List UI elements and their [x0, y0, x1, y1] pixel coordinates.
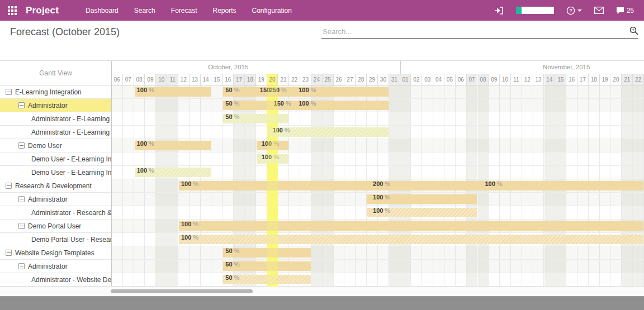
collapse-minus-icon[interactable]: [18, 102, 25, 108]
bar-allocation-label: 100 %: [373, 194, 390, 201]
control-bar: Forecast (October 2015) ← TODAY → DAYWEE…: [0, 21, 644, 60]
help-menu[interactable]: ?: [566, 6, 582, 15]
gantt-chart-row: 100 %: [112, 233, 644, 246]
gantt-row-label[interactable]: Demo User - E-Learning Integration: [0, 152, 111, 166]
messages-envelope-icon[interactable]: [594, 7, 604, 14]
search-input[interactable]: [321, 25, 620, 38]
row-label-text: Demo User: [28, 142, 62, 150]
gantt-chart-row: 100 %: [112, 206, 644, 220]
gantt-row-label[interactable]: Administrator - E-Learning Integration: [0, 126, 111, 139]
collapse-minus-icon[interactable]: [6, 250, 12, 256]
progress-fill: [516, 7, 522, 14]
gantt-bar[interactable]: [179, 221, 643, 231]
chevron-down-icon: [577, 9, 582, 12]
row-label-text: Administrator: [28, 102, 68, 109]
bar-allocation-label: 100 %: [137, 167, 154, 174]
today-column-tint: [267, 85, 278, 287]
top-navbar: Project DashboardSearchForecastReportsCo…: [0, 0, 644, 21]
day-header-cell: 10: [156, 74, 167, 85]
gantt-row-label[interactable]: Demo Portal User: [0, 220, 111, 233]
day-header-cell: 12: [178, 74, 190, 85]
app-brand[interactable]: Project: [26, 5, 59, 16]
bar-allocation-label: 50 %: [225, 247, 239, 254]
day-header-cell: 10: [500, 74, 511, 85]
gantt-row-label[interactable]: Administrator - Website Design Templates: [0, 273, 111, 287]
gantt-row-label[interactable]: Demo User - E-Learning Integration: [0, 166, 111, 179]
timesheet-progress-bar[interactable]: [516, 7, 554, 14]
gantt-row-label[interactable]: Demo User: [0, 139, 111, 152]
gantt-chart-row: 50 %: [112, 273, 644, 287]
bar-allocation-label: 200 %: [373, 180, 390, 187]
collapse-minus-icon[interactable]: [18, 142, 25, 149]
gantt-row-label[interactable]: Administrator - Research & Development: [0, 206, 111, 220]
menu-item-search[interactable]: Search: [134, 7, 155, 15]
menu-item-reports[interactable]: Reports: [212, 7, 236, 15]
search-magnifier-icon[interactable]: [629, 26, 638, 37]
day-header-cell: 19: [600, 74, 611, 85]
row-label-text: Demo User - E-Learning Integration: [31, 155, 111, 163]
gantt-row-label[interactable]: Administrator: [0, 99, 111, 112]
gantt-row-label[interactable]: Website Design Templates: [0, 246, 111, 260]
menu-item-configuration[interactable]: Configuration: [252, 7, 292, 15]
gantt-chart-row: 100 %: [112, 126, 644, 139]
page-background: [0, 296, 644, 310]
day-header-cell: 05: [444, 74, 456, 85]
odoo-project-forecast-window: Project DashboardSearchForecastReportsCo…: [0, 0, 644, 310]
day-header-cell: 21: [278, 74, 290, 85]
day-header-cell: 19: [256, 74, 267, 85]
row-label-text: E-Learning Integration: [15, 88, 82, 96]
bar-allocation-label: 100 %: [137, 140, 154, 147]
gantt-row-label[interactable]: Administrator: [0, 260, 111, 273]
bar-allocation-label: 100 %: [181, 221, 198, 227]
collapse-minus-icon[interactable]: [18, 263, 25, 269]
horizontal-scrollbar-thumb[interactable]: [111, 289, 253, 293]
day-header-cell: 29: [367, 74, 378, 85]
chat-count: 25: [627, 7, 634, 15]
apps-grid-icon[interactable]: [7, 5, 18, 16]
gantt-row-labels: E-Learning IntegrationAdministratorAdmin…: [0, 85, 111, 287]
gantt-row-label[interactable]: Administrator: [0, 193, 111, 206]
gantt-view: Gantt View E-Learning IntegrationAdminis…: [0, 60, 644, 286]
sign-in-icon[interactable]: [495, 7, 504, 15]
bar-allocation-label: 100 %: [373, 207, 390, 214]
collapse-minus-icon[interactable]: [18, 196, 25, 202]
gantt-row-label[interactable]: Research & Development: [0, 179, 111, 193]
gantt-chart-row: 100 %200 %100 %: [112, 179, 644, 193]
day-header-cell: 08: [478, 74, 489, 85]
bar-allocation-label: 100 %: [137, 87, 154, 93]
collapse-minus-icon[interactable]: [6, 183, 12, 189]
day-header-cell: 20: [611, 74, 622, 85]
day-header-cell: 30: [378, 74, 389, 85]
day-header-cell: 06: [456, 74, 467, 85]
gantt-bar[interactable]: [179, 235, 643, 244]
day-header-cell: 22: [289, 74, 300, 85]
day-header-row: 0607080910111213141516171819202122232425…: [112, 74, 644, 85]
chat-counter[interactable]: 25: [616, 7, 634, 15]
gantt-row-label[interactable]: E-Learning Integration: [0, 85, 111, 99]
bar-allocation-label: 100 %: [181, 234, 198, 241]
day-header-cell: 26: [334, 74, 345, 85]
help-icon: ?: [566, 6, 575, 15]
gantt-bar[interactable]: [179, 181, 643, 190]
menu-item-forecast[interactable]: Forecast: [171, 7, 197, 15]
gantt-chart-row: 100 %50 %150250 %100 %: [112, 85, 644, 99]
day-header-cell: 18: [589, 74, 600, 85]
day-header-cell: 12: [522, 74, 533, 85]
day-header-cell: 22: [633, 74, 644, 85]
collapse-minus-icon[interactable]: [18, 223, 25, 229]
row-label-text: Administrator - Research & Development: [31, 209, 111, 217]
gantt-row-label[interactable]: Demo Portal User - Research & Developmen…: [0, 233, 111, 246]
bar-allocation-label: 100 %: [181, 180, 198, 187]
gantt-timeline: October, 2015November, 2015 060708091011…: [112, 61, 644, 287]
month-label: November, 2015: [543, 64, 590, 70]
bar-allocation-label: 100 %: [299, 100, 316, 107]
menu-item-dashboard[interactable]: Dashboard: [86, 7, 119, 15]
day-header-cell: 02: [411, 74, 423, 85]
collapse-minus-icon[interactable]: [6, 89, 12, 95]
bar-allocation-label: 100 %: [299, 87, 316, 93]
day-header-cell: 07: [123, 74, 134, 85]
horizontal-scrollbar-track: [0, 286, 644, 296]
gantt-row-label[interactable]: Administrator - E-Learning Integration: [0, 112, 111, 126]
bar-allocation-label: 100 %: [485, 180, 502, 187]
day-header-cell: 06: [112, 74, 123, 85]
